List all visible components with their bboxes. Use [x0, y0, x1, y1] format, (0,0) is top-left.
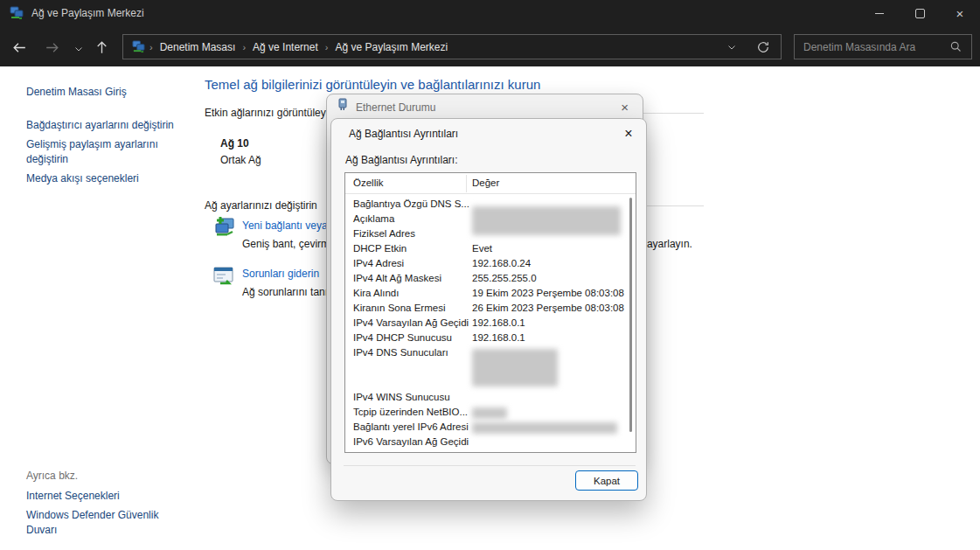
minimize-button[interactable] — [859, 0, 900, 26]
redacted-value — [472, 422, 617, 434]
troubleshoot-link[interactable]: Sorunları giderin — [242, 268, 319, 280]
refresh-icon[interactable] — [756, 40, 770, 54]
detail-value: Evet — [472, 241, 492, 256]
forward-arrow-icon — [44, 39, 60, 56]
window-controls: × — [859, 0, 980, 26]
close-button[interactable]: × — [940, 0, 980, 26]
breadcrumb-separator: › — [149, 42, 153, 52]
detail-row[interactable]: IPv6 Varsayılan Ağ Geçidi — [345, 435, 636, 449]
details-dialog-close-button[interactable]: × — [618, 123, 639, 144]
connection-details-dialog: Ağ Bağlantısı Ayrıntıları × Ağ Bağlantıs… — [330, 118, 647, 501]
search-box — [794, 34, 972, 59]
detail-row[interactable]: IPv4 Alt Ağ Maskesi255.255.255.0 — [345, 271, 636, 286]
listview-scrollbar-thumb[interactable] — [629, 198, 632, 432]
sidebar-item[interactable]: Gelişmiş paylaşım ayarlarını değiştirin — [26, 137, 194, 167]
sidebar: Denetim Masası GirişBağdaştırıcı ayarlar… — [26, 85, 194, 186]
detail-row[interactable]: IPv6 DNS Sunucuları — [345, 449, 636, 453]
sidebar-see-also: Ayrıca bkz. Internet SeçenekleriWindows … — [26, 470, 177, 542]
recent-pages-button[interactable] — [70, 40, 87, 58]
sidebar-item[interactable]: Denetim Masası Giriş — [26, 85, 194, 100]
detail-property: IPv4 Varsayılan Ağ Geçidi — [353, 316, 469, 331]
back-button[interactable] — [10, 38, 28, 56]
maximize-icon — [915, 9, 925, 18]
detail-property: DHCP Etkin — [353, 241, 407, 256]
troubleshoot-icon — [212, 263, 235, 287]
ethernet-dialog-close-button[interactable]: × — [617, 99, 632, 115]
detail-property: IPv4 DHCP Sunucusu — [353, 331, 452, 345]
network-sharing-app-icon — [10, 6, 24, 20]
minimize-icon — [875, 13, 884, 14]
address-bar-icons — [726, 40, 774, 54]
detail-value: 192.168.0.1 — [472, 331, 525, 345]
title-bar: Ağ ve Paylaşım Merkezi × — [0, 0, 980, 26]
ethernet-dialog-titlebar: Ethernet Durumu × — [327, 94, 643, 120]
breadcrumb: ›Denetim Masası›Ağ ve Internet›Ağ ve Pay… — [145, 41, 450, 53]
sidebar-item[interactable]: Bağdaştırıcı ayarlarını değiştirin — [26, 118, 194, 133]
forward-button[interactable] — [43, 38, 60, 56]
maximize-button[interactable] — [900, 0, 940, 26]
detail-property: Açıklama — [353, 212, 394, 226]
column-header-value[interactable]: Değer — [472, 178, 499, 188]
detail-value: 255.255.255.0 — [472, 271, 537, 286]
network-sharing-center-window: { "window": { "title": "Ağ ve Paylaşım M… — [0, 0, 980, 550]
breadcrumb-item[interactable]: Ağ ve Internet — [253, 41, 318, 53]
detail-property: IPv4 Adresi — [353, 256, 404, 271]
sidebar-item[interactable]: Internet Seçenekleri — [26, 489, 177, 504]
redacted-value — [472, 349, 558, 386]
sidebar-item[interactable]: Windows Defender Güvenlik Duvarı — [26, 508, 177, 538]
chevron-down-icon — [73, 44, 84, 54]
page-title: Temel ağ bilgilerinizi görüntüleyin ve b… — [205, 77, 540, 92]
detail-property: IPv4 DNS Sunucuları — [353, 345, 448, 360]
detail-value: 192.168.0.24 — [472, 256, 531, 271]
navigation-bar: ›Denetim Masası›Ağ ve Internet›Ağ ve Pay… — [0, 26, 980, 66]
breadcrumb-separator: › — [325, 42, 329, 52]
detail-property: IPv6 Varsayılan Ağ Geçidi — [353, 435, 469, 449]
column-header-property[interactable]: Özellik — [353, 178, 384, 188]
breadcrumb-item[interactable]: Denetim Masası — [160, 41, 236, 53]
kapat-button[interactable]: Kapat — [575, 470, 638, 491]
address-bar[interactable]: ›Denetim Masası›Ağ ve Internet›Ağ ve Pay… — [122, 34, 782, 59]
detail-row[interactable]: IPv4 DHCP Sunucusu192.168.0.1 — [345, 331, 636, 345]
ethernet-icon — [337, 98, 348, 116]
up-button[interactable] — [93, 38, 110, 56]
detail-property: Tcpip üzerinden NetBIO... — [353, 405, 468, 420]
header-underline — [345, 193, 636, 194]
detail-property: Bağlantı yerel IPv6 Adresi — [353, 420, 469, 435]
detail-row[interactable]: IPv4 Adresi192.168.0.24 — [345, 256, 636, 271]
new-connection-icon — [212, 215, 235, 239]
footer-divider — [344, 465, 636, 466]
column-separator — [466, 175, 467, 192]
detail-value: 26 Ekim 2023 Perşembe 08:03:08 — [472, 301, 624, 316]
breadcrumb-item[interactable]: Ağ ve Paylaşım Merkezi — [335, 41, 448, 53]
detail-property: IPv4 Alt Ağ Maskesi — [353, 271, 441, 286]
search-input[interactable] — [795, 41, 946, 53]
up-arrow-icon — [94, 39, 110, 56]
breadcrumb-separator: › — [242, 42, 246, 52]
search-icon[interactable] — [946, 40, 971, 53]
detail-value: 192.168.0.1 — [472, 316, 525, 331]
details-dialog-title: Ağ Bağlantısı Ayrıntıları — [349, 128, 458, 140]
ethernet-dialog-title: Ethernet Durumu — [356, 101, 435, 114]
section-active-label: Etkin ağlarınızı görüntüleyin — [205, 107, 334, 119]
detail-row[interactable]: Kiranın Sona Ermesi26 Ekim 2023 Perşembe… — [345, 301, 636, 316]
detail-property: IPv4 WINS Sunucusu — [353, 390, 450, 405]
redacted-value — [472, 407, 507, 419]
detail-row[interactable]: Kira Alındı19 Ekim 2023 Perşembe 08:03:0… — [345, 286, 636, 301]
address-dropdown-icon[interactable] — [726, 42, 737, 52]
close-icon: × — [956, 7, 964, 20]
details-listview: Özellik Değer Bağlantıya Özgü DNS S...Aç… — [344, 172, 636, 453]
see-also-header: Ayrıca bkz. — [26, 470, 177, 482]
details-list-label: Ağ Bağlantısı Ayrıntıları: — [345, 154, 458, 166]
breadcrumb-app-icon — [132, 40, 145, 53]
detail-row[interactable]: IPv4 Varsayılan Ağ Geçidi192.168.0.1 — [345, 316, 636, 331]
window-title: Ağ ve Paylaşım Merkezi — [31, 7, 144, 19]
detail-row[interactable]: IPv4 WINS Sunucusu — [345, 390, 636, 405]
redacted-value — [472, 206, 621, 235]
sidebar-item[interactable]: Medya akışı seçenekleri — [26, 171, 194, 186]
network-type: Ortak Ağ — [220, 154, 261, 166]
detail-property: Kira Alındı — [353, 286, 399, 301]
listview-header: Özellik Değer — [345, 173, 636, 194]
section-change-label: Ağ ayarlarınızı değiştirin — [205, 199, 317, 212]
detail-row[interactable]: DHCP EtkinEvet — [345, 241, 636, 256]
network-name: Ağ 10 — [220, 137, 249, 150]
